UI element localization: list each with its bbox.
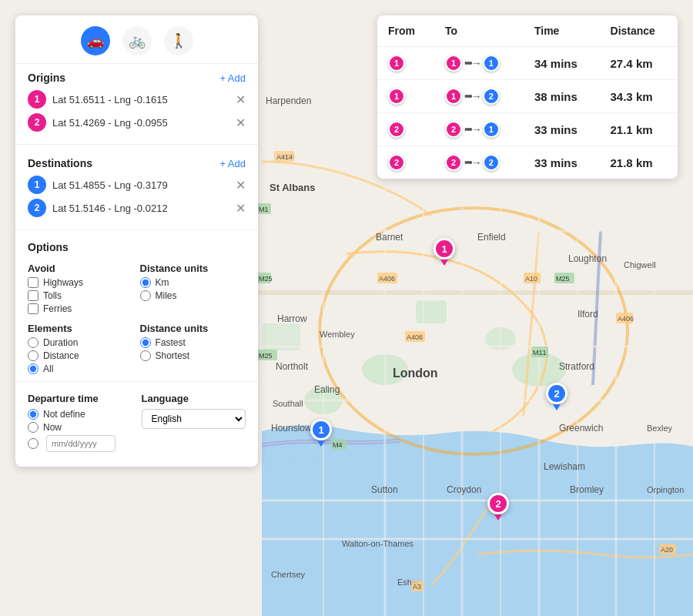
origin-pin-1: 1 bbox=[434, 238, 455, 259]
custom-date-radio[interactable] bbox=[28, 438, 38, 449]
avoid-highways-row: Highways bbox=[28, 277, 134, 288]
svg-text:M25: M25 bbox=[259, 352, 273, 360]
date-input[interactable] bbox=[46, 435, 116, 452]
avoid-tolls-label: Tolls bbox=[43, 290, 62, 301]
walk-mode-tab[interactable]: 🚶 bbox=[164, 26, 193, 55]
time-cell: 33 mins bbox=[524, 113, 600, 146]
svg-text:Bromley: Bromley bbox=[570, 484, 604, 495]
language-column: Language English French Spanish German bbox=[142, 393, 246, 454]
origins-section: Origins + Add 1 Lat 51.6511 - Lng -0.161… bbox=[15, 64, 258, 139]
now-row: Now bbox=[28, 422, 132, 433]
origin-text-1: Lat 51.6511 - Lng -0.1615 bbox=[52, 94, 229, 105]
elements-title: Elements bbox=[28, 323, 134, 334]
svg-text:Harrow: Harrow bbox=[277, 313, 307, 324]
from-cell: 1 bbox=[377, 80, 434, 113]
destination-text-1: Lat 51.4855 - Lng -0.3179 bbox=[52, 179, 229, 191]
miles-label: Miles bbox=[156, 290, 177, 301]
distance-cell: 27.4 km bbox=[600, 47, 678, 80]
all-row: All bbox=[28, 363, 134, 374]
duration-radio[interactable] bbox=[28, 337, 38, 348]
origin-badge-1: 1 bbox=[28, 90, 46, 109]
add-origin-button[interactable]: + Add bbox=[219, 72, 246, 84]
options-section: Options Avoid Highways Tolls Ferries bbox=[15, 235, 258, 377]
notdefine-row: Not define bbox=[28, 409, 132, 420]
table-row: 2 2 •••→ 2 33 mins 21.8 km bbox=[377, 146, 678, 179]
avoid-column: Avoid Highways Tolls Ferries bbox=[28, 259, 134, 316]
svg-text:A406: A406 bbox=[407, 333, 423, 341]
to-header: To bbox=[434, 15, 524, 47]
distance-header: Distance bbox=[600, 15, 678, 47]
distance-cell: 34.3 km bbox=[600, 80, 678, 113]
destination-badge-2: 2 bbox=[28, 199, 46, 217]
svg-text:Ealing: Ealing bbox=[314, 384, 340, 395]
svg-text:A406: A406 bbox=[379, 275, 395, 283]
remove-destination-2-button[interactable]: ✕ bbox=[236, 201, 246, 216]
results-header-row: From To Time Distance bbox=[377, 15, 678, 47]
dest-marker-2: 2 bbox=[546, 383, 567, 410]
origin-row-1: 1 Lat 51.6511 - Lng -0.1615 ✕ bbox=[28, 90, 246, 109]
results-body: 1 1 •••→ 1 34 mins 27.4 km 1 1 •••→ 2 38… bbox=[377, 47, 678, 179]
svg-text:M25: M25 bbox=[259, 275, 273, 283]
results-panel: From To Time Distance 1 1 •••→ 1 34 mins… bbox=[377, 15, 678, 179]
svg-text:M4: M4 bbox=[333, 441, 343, 449]
svg-text:M11: M11 bbox=[533, 349, 547, 357]
time-cell: 34 mins bbox=[524, 47, 600, 80]
svg-text:A3: A3 bbox=[413, 583, 421, 591]
destination-badge-1: 1 bbox=[28, 176, 46, 194]
table-row: 2 2 •••→ 1 33 mins 21.1 km bbox=[377, 113, 678, 146]
to-cell: 1 •••→ 2 bbox=[434, 80, 524, 113]
avoid-tolls-checkbox[interactable] bbox=[28, 290, 38, 301]
car-mode-tab[interactable]: 🚗 bbox=[81, 26, 110, 55]
route-arrow-icon: •••→ bbox=[464, 123, 480, 136]
to-cell: 2 •••→ 1 bbox=[434, 113, 524, 146]
route-type-column: Distance units Fastest Shortest bbox=[140, 320, 246, 377]
distance-units-title: Distance units bbox=[140, 263, 246, 274]
miles-radio[interactable] bbox=[140, 290, 151, 301]
dest-marker-1: 1 bbox=[310, 419, 332, 447]
origin-pin-2: 2 bbox=[487, 493, 509, 514]
dest-pin-2-tail bbox=[553, 404, 561, 410]
now-radio[interactable] bbox=[28, 422, 38, 433]
svg-text:Hounslow: Hounslow bbox=[271, 423, 312, 434]
distance-cell: 21.1 km bbox=[600, 113, 678, 146]
distance-cell: 21.8 km bbox=[600, 146, 678, 179]
divider-3 bbox=[15, 381, 258, 382]
add-destination-button[interactable]: + Add bbox=[219, 158, 246, 169]
notdefine-radio[interactable] bbox=[28, 409, 38, 420]
divider-2 bbox=[15, 229, 258, 230]
shortest-radio[interactable] bbox=[140, 350, 151, 361]
language-select[interactable]: English French Spanish German bbox=[142, 409, 246, 429]
route-arrow-icon: •••→ bbox=[464, 90, 480, 102]
destination-text-2: Lat 51.5146 - Lng -0.0212 bbox=[52, 203, 229, 214]
svg-text:A414: A414 bbox=[276, 153, 293, 161]
dest-pin-1-tail bbox=[317, 440, 325, 447]
avoid-ferries-label: Ferries bbox=[43, 303, 72, 314]
distance-radio[interactable] bbox=[28, 350, 38, 361]
svg-text:M1: M1 bbox=[259, 206, 269, 213]
km-radio[interactable] bbox=[140, 277, 151, 288]
svg-text:Loughton: Loughton bbox=[568, 253, 607, 264]
svg-text:Walton-on-Thames: Walton-on-Thames bbox=[342, 539, 414, 548]
remove-origin-1-button[interactable]: ✕ bbox=[236, 92, 246, 107]
table-row: 1 1 •••→ 2 38 mins 34.3 km bbox=[377, 80, 678, 113]
custom-date-row bbox=[28, 435, 132, 452]
km-row: Km bbox=[140, 277, 246, 288]
avoid-highways-label: Highways bbox=[43, 277, 83, 288]
all-label: All bbox=[43, 363, 53, 374]
svg-text:Lewisham: Lewisham bbox=[544, 461, 585, 472]
all-radio[interactable] bbox=[28, 363, 38, 374]
origin-row-2: 2 Lat 51.4269 - Lng -0.0955 ✕ bbox=[28, 113, 246, 132]
bike-mode-tab[interactable]: 🚲 bbox=[122, 26, 152, 55]
km-label: Km bbox=[156, 277, 169, 288]
time-cell: 33 mins bbox=[524, 146, 600, 179]
from-cell: 1 bbox=[377, 47, 434, 80]
avoid-ferries-row: Ferries bbox=[28, 303, 134, 314]
avoid-ferries-checkbox[interactable] bbox=[28, 303, 38, 314]
avoid-highways-checkbox[interactable] bbox=[28, 277, 38, 288]
avoid-tolls-row: Tolls bbox=[28, 290, 134, 301]
svg-text:Orpington: Orpington bbox=[647, 485, 684, 494]
remove-origin-2-button[interactable]: ✕ bbox=[236, 116, 246, 130]
svg-text:Wembley: Wembley bbox=[320, 330, 355, 339]
fastest-radio[interactable] bbox=[140, 337, 151, 348]
remove-destination-1-button[interactable]: ✕ bbox=[236, 178, 246, 192]
